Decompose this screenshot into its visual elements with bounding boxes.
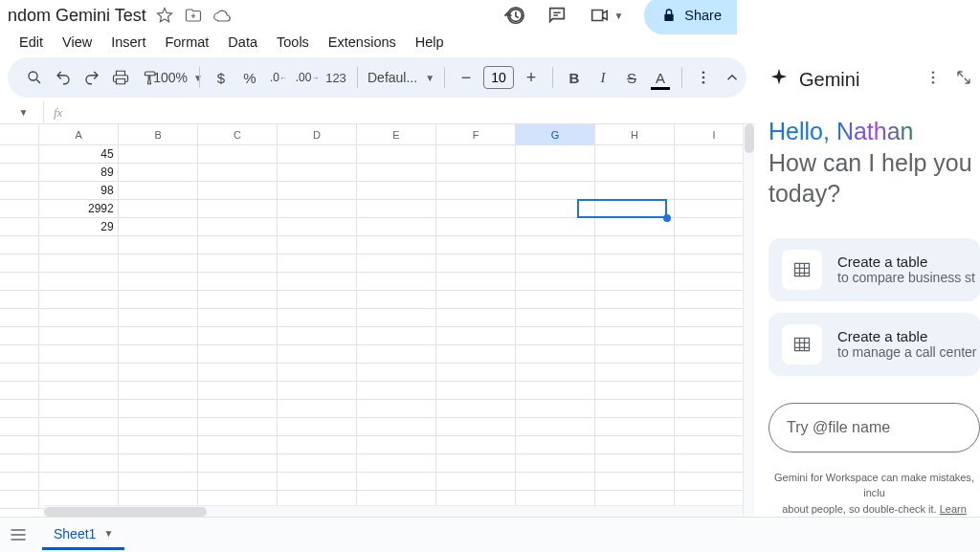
decrease-font-icon[interactable]: − bbox=[453, 64, 479, 91]
cell[interactable] bbox=[436, 273, 516, 291]
cell[interactable] bbox=[357, 236, 436, 254]
row-header[interactable] bbox=[0, 200, 39, 218]
row-header[interactable] bbox=[0, 309, 39, 327]
cell[interactable] bbox=[357, 145, 436, 164]
cell[interactable] bbox=[436, 418, 516, 436]
cell[interactable] bbox=[516, 218, 595, 236]
font-size-input[interactable] bbox=[483, 66, 514, 89]
row-header[interactable] bbox=[0, 254, 39, 273]
all-sheets-icon[interactable] bbox=[4, 520, 33, 549]
currency-icon[interactable]: $ bbox=[208, 64, 234, 91]
cell[interactable] bbox=[198, 309, 278, 327]
cell[interactable] bbox=[516, 364, 595, 382]
cell[interactable] bbox=[39, 418, 119, 436]
cell[interactable] bbox=[119, 400, 198, 418]
cell[interactable] bbox=[119, 364, 198, 382]
row-header[interactable] bbox=[0, 454, 39, 473]
cell[interactable] bbox=[198, 436, 278, 454]
cloud-status-icon[interactable] bbox=[213, 7, 231, 24]
cell[interactable] bbox=[39, 291, 119, 309]
cell[interactable] bbox=[198, 291, 278, 309]
cell[interactable] bbox=[595, 236, 675, 254]
cell[interactable] bbox=[516, 182, 595, 200]
cell[interactable] bbox=[436, 236, 516, 254]
cell[interactable] bbox=[39, 473, 119, 491]
cell[interactable] bbox=[278, 454, 357, 473]
cell[interactable] bbox=[595, 200, 675, 218]
cell[interactable] bbox=[516, 436, 595, 454]
cell[interactable] bbox=[595, 273, 675, 291]
cell[interactable] bbox=[119, 291, 198, 309]
cell[interactable] bbox=[198, 254, 278, 273]
cell[interactable] bbox=[516, 164, 595, 182]
cell[interactable] bbox=[357, 164, 436, 182]
horizontal-scrollbar[interactable] bbox=[44, 505, 743, 517]
formula-bar[interactable] bbox=[72, 101, 754, 123]
undo-icon[interactable] bbox=[50, 64, 77, 91]
italic-icon[interactable]: I bbox=[590, 64, 616, 91]
cell[interactable] bbox=[436, 345, 516, 364]
cell[interactable] bbox=[39, 273, 119, 291]
cell[interactable] bbox=[198, 164, 278, 182]
cell[interactable] bbox=[516, 145, 595, 164]
cell[interactable] bbox=[198, 345, 278, 364]
row-header[interactable] bbox=[0, 400, 39, 418]
column-header-F[interactable]: F bbox=[436, 124, 516, 144]
menu-tools[interactable]: Tools bbox=[277, 34, 309, 50]
cell[interactable]: 98 bbox=[39, 182, 119, 200]
cell[interactable] bbox=[119, 236, 198, 254]
cell[interactable] bbox=[198, 273, 278, 291]
cell[interactable] bbox=[278, 218, 357, 236]
star-icon[interactable] bbox=[156, 7, 173, 24]
cell[interactable] bbox=[595, 400, 675, 418]
vertical-scrollbar[interactable] bbox=[743, 124, 754, 517]
column-header-E[interactable]: E bbox=[357, 124, 436, 144]
cell[interactable] bbox=[516, 345, 595, 364]
cell[interactable] bbox=[595, 345, 675, 364]
row-header[interactable] bbox=[0, 273, 39, 291]
cell[interactable] bbox=[436, 400, 516, 418]
cell[interactable] bbox=[516, 400, 595, 418]
cell[interactable] bbox=[357, 382, 436, 400]
cell[interactable] bbox=[436, 254, 516, 273]
row-header[interactable] bbox=[0, 364, 39, 382]
cell[interactable] bbox=[119, 436, 198, 454]
cell[interactable] bbox=[436, 218, 516, 236]
cell[interactable] bbox=[357, 345, 436, 364]
cell[interactable] bbox=[119, 418, 198, 436]
cell[interactable] bbox=[119, 145, 198, 164]
cell[interactable] bbox=[278, 254, 357, 273]
menu-edit[interactable]: Edit bbox=[19, 34, 43, 50]
number-format-icon[interactable]: 123 bbox=[323, 64, 349, 91]
menu-insert[interactable]: Insert bbox=[111, 34, 145, 50]
cell[interactable] bbox=[198, 200, 278, 218]
cell[interactable] bbox=[119, 182, 198, 200]
cell[interactable] bbox=[198, 364, 278, 382]
cell[interactable] bbox=[119, 327, 198, 345]
row-header[interactable] bbox=[0, 182, 39, 200]
comment-icon[interactable] bbox=[546, 5, 568, 26]
cell[interactable] bbox=[357, 254, 436, 273]
gemini-prompt-input[interactable]: Try @file name bbox=[768, 403, 980, 453]
cell[interactable] bbox=[595, 309, 675, 327]
cell[interactable] bbox=[357, 273, 436, 291]
suggestion-card-1[interactable]: Create a tableto compare business st bbox=[768, 238, 980, 301]
fill-handle[interactable] bbox=[663, 214, 671, 222]
row-header[interactable] bbox=[0, 291, 39, 309]
cell[interactable] bbox=[516, 473, 595, 491]
cell[interactable]: 29 bbox=[39, 218, 119, 236]
cell[interactable] bbox=[278, 382, 357, 400]
column-header-C[interactable]: C bbox=[198, 124, 278, 144]
cell[interactable] bbox=[436, 454, 516, 473]
cell[interactable] bbox=[436, 309, 516, 327]
cell[interactable] bbox=[436, 145, 516, 164]
sheet-tab-1[interactable]: Sheet1▼ bbox=[42, 520, 124, 550]
cell[interactable] bbox=[39, 382, 119, 400]
redo-icon[interactable] bbox=[78, 64, 105, 91]
cell[interactable] bbox=[357, 400, 436, 418]
row-header[interactable] bbox=[0, 473, 39, 491]
cell[interactable] bbox=[436, 473, 516, 491]
row-header[interactable] bbox=[0, 236, 39, 254]
cell[interactable] bbox=[516, 327, 595, 345]
cell[interactable] bbox=[357, 218, 436, 236]
